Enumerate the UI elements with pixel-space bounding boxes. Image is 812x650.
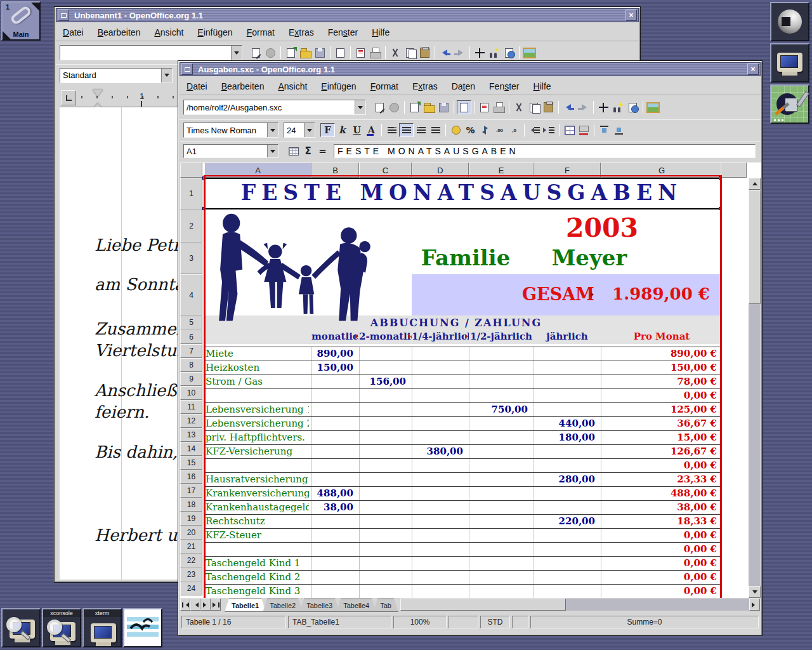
row-header-6[interactable]: 6: [180, 329, 202, 344]
sheet-tab-tab[interactable]: Tab: [373, 599, 398, 612]
cell-G12[interactable]: 36,67 €: [601, 418, 719, 430]
cell-E11[interactable]: 750,00: [469, 404, 530, 416]
menu-bearbeiten[interactable]: Bearbeiten: [214, 79, 272, 94]
align-left-icon[interactable]: [384, 123, 399, 137]
menu-fenster[interactable]: Fenster: [321, 25, 365, 40]
formula-input-line[interactable]: FESTE MONATSAUSGABEN: [334, 144, 756, 158]
print-file-icon[interactable]: [477, 100, 492, 114]
stop-icon[interactable]: [387, 100, 402, 114]
url-drop-button[interactable]: [231, 46, 242, 60]
copy-icon[interactable]: [527, 100, 541, 114]
menu-daten[interactable]: Daten: [445, 79, 482, 94]
cell-A12-label[interactable]: Lebensversicherung 2: [206, 418, 309, 430]
cell-F19[interactable]: 220,00: [534, 515, 597, 528]
cell-A22-label[interactable]: Taschengeld Kind 1: [206, 557, 309, 570]
cut-icon[interactable]: [512, 100, 527, 114]
new-doc-icon[interactable]: [407, 100, 422, 114]
cell-G9[interactable]: 78,00 €: [601, 376, 719, 388]
row-header-4[interactable]: 4: [180, 274, 202, 315]
menu-format[interactable]: Format: [363, 79, 405, 94]
row-header-8[interactable]: 8: [180, 358, 202, 372]
row-header-13[interactable]: 13: [180, 428, 202, 442]
explorer-icon[interactable]: [487, 46, 502, 60]
row-header-11[interactable]: 11: [180, 400, 202, 414]
cell-A8-label[interactable]: Heizkosten: [206, 362, 309, 375]
style-drop-button[interactable]: [161, 69, 172, 83]
row-header-5[interactable]: 5: [180, 315, 202, 329]
cell-G19[interactable]: 18,33 €: [601, 515, 719, 528]
next-sheet-button[interactable]: [200, 599, 211, 611]
file-edit-icon[interactable]: [249, 46, 263, 60]
cell-header-quartal[interactable]: 1/4-jährlich: [412, 331, 469, 342]
cell-header-monatlich[interactable]: monatlich: [311, 331, 359, 342]
cell-A21-label[interactable]: [206, 543, 309, 556]
horizontal-scrollbar[interactable]: [400, 599, 760, 611]
cell-A19-label[interactable]: Rechtschutz: [206, 515, 309, 528]
appicon-xconsole[interactable]: xconsole: [42, 608, 81, 647]
row-header-14[interactable]: 14: [180, 442, 202, 456]
status-page-style[interactable]: TAB_Tabelle1: [288, 616, 391, 628]
gallery-icon[interactable]: [646, 100, 660, 114]
cell-C9[interactable]: 156,00: [359, 376, 408, 388]
cell-A23-label[interactable]: Taschengeld Kind 2: [206, 571, 309, 584]
close-button[interactable]: ×: [747, 63, 759, 75]
row-header-22[interactable]: 22: [180, 554, 202, 567]
function-wizard-icon[interactable]: [286, 144, 301, 158]
percent-icon[interactable]: %: [463, 123, 478, 137]
cell-header-2monatlich[interactable]: 2-monatlic: [359, 331, 412, 342]
cell-G24[interactable]: 0,00 €: [601, 585, 719, 598]
cell-D14[interactable]: 380,00: [412, 446, 465, 458]
row-header-20[interactable]: 20: [180, 526, 202, 540]
cell-G10[interactable]: 0,00 €: [601, 390, 719, 402]
cell-section-title[interactable]: ABBUCHUNG / ZAHLUNG: [310, 317, 602, 329]
bold-icon[interactable]: F: [320, 123, 335, 137]
edit-file-icon[interactable]: [457, 100, 471, 114]
font-size-drop-button[interactable]: [304, 123, 315, 137]
menu-einfügen[interactable]: Einfügen: [190, 25, 239, 40]
cell-family-name[interactable]: Meyer: [535, 245, 643, 270]
row-header-17[interactable]: 17: [180, 484, 202, 498]
url-drop-button[interactable]: [355, 100, 365, 114]
clip-next-arrow-icon[interactable]: [31, 3, 39, 11]
save-icon[interactable]: [436, 100, 451, 114]
cell-familie[interactable]: Familie: [412, 245, 520, 270]
status-insert-mode[interactable]: STD: [480, 616, 510, 628]
row-header-16[interactable]: 16: [180, 470, 202, 484]
cell-G15[interactable]: 0,00 €: [601, 460, 719, 472]
appicon-xmag-1[interactable]: [1, 608, 41, 647]
increase-indent-icon[interactable]: [542, 123, 556, 137]
add-decimal-icon[interactable]: .00: [492, 123, 507, 137]
sheet-tab-tabelle2[interactable]: Tabelle2: [263, 599, 303, 612]
hyperlink-icon[interactable]: [502, 46, 516, 60]
cell-G17[interactable]: 488,00 €: [601, 488, 719, 500]
cell-G20[interactable]: 0,00 €: [601, 529, 719, 542]
explorer-icon[interactable]: [611, 100, 625, 114]
menu-ansicht[interactable]: Ansicht: [271, 79, 314, 94]
row-header-10[interactable]: 10: [180, 386, 202, 400]
align-justify-icon[interactable]: [428, 123, 443, 137]
edit-file-icon[interactable]: [333, 46, 348, 60]
row-header-3[interactable]: 3: [180, 242, 202, 274]
menu-extras[interactable]: Extras: [405, 79, 445, 94]
select-all-corner[interactable]: [180, 162, 202, 178]
menu-hilfe[interactable]: Hilfe: [365, 25, 396, 40]
align-bottom-icon[interactable]: [612, 123, 626, 137]
cell-A24-label[interactable]: Taschengeld Kind 3: [206, 585, 309, 598]
sheet-tab-tabelle4[interactable]: Tabelle4: [336, 599, 376, 612]
print-icon[interactable]: [492, 100, 506, 114]
grid-body[interactable]: FESTE MONATSAUSGABEN: [202, 178, 747, 598]
cell-G7[interactable]: 890,00 €: [601, 348, 719, 361]
calc-window[interactable]: Ausgaben.sxc - OpenOffice.org 1.1 × Date…: [178, 60, 763, 636]
font-size-combobox[interactable]: 24: [284, 123, 315, 138]
scroll-up-button[interactable]: [749, 178, 761, 190]
menu-ansicht[interactable]: Ansicht: [147, 25, 190, 40]
window-menu-button[interactable]: [58, 10, 69, 21]
url-combobox[interactable]: /home/rolf2/Ausgaben.sxc: [183, 100, 366, 115]
dock-tile-monitor[interactable]: [770, 43, 809, 83]
currency-icon[interactable]: [449, 123, 463, 137]
status-sum[interactable]: Summe=0: [530, 616, 759, 628]
remove-decimal-icon[interactable]: ,0: [507, 123, 521, 137]
standard-format-icon[interactable]: [478, 123, 492, 137]
undo-icon[interactable]: [438, 46, 452, 60]
cell-B7[interactable]: 890,00: [311, 348, 355, 361]
